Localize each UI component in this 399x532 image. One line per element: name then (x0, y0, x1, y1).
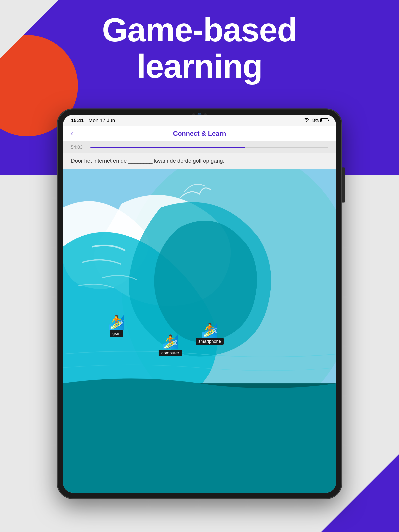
battery-text: 8% (312, 118, 319, 123)
progress-bar-fill (90, 147, 245, 148)
tablet-screen: 15:41 Mon 17 Jun 8% (63, 115, 336, 493)
surfer-gsm-emoji: 🏄 (108, 316, 125, 329)
surfer-computer-emoji: 🏄 (162, 335, 179, 348)
surfer-gsm-label: gsm (110, 330, 123, 337)
headline-text: Game-based learning (0, 12, 399, 84)
headline: Game-based learning (0, 12, 399, 84)
battery-fill (321, 119, 322, 121)
surfer-smartphone-label: smartphone (196, 338, 224, 345)
surfer-smartphone[interactable]: 🏄 smartphone (196, 323, 224, 345)
surfer-smartphone-emoji: 🏄 (201, 323, 218, 337)
progress-time: 54:03 (71, 145, 86, 150)
tablet-device: 15:41 Mon 17 Jun 8% (57, 109, 342, 499)
battery-icon (320, 118, 328, 122)
status-time: 15:41 (71, 117, 84, 123)
question-text: Door het internet en de ________ kwam de… (71, 158, 225, 164)
nav-bar: ‹ Connect & Learn (63, 126, 336, 141)
question-area: Door het internet en de ________ kwam de… (63, 153, 336, 169)
battery-container: 8% (312, 118, 328, 123)
game-area: 🏄 gsm 🏄 computer 🏄 smartphone (63, 169, 336, 493)
status-date: Mon 17 Jun (89, 117, 115, 123)
status-right: 8% (303, 118, 328, 123)
progress-bar-track[interactable] (90, 147, 328, 148)
nav-title: Connect & Learn (173, 130, 226, 137)
back-button[interactable]: ‹ (71, 129, 73, 138)
tablet-shell: 15:41 Mon 17 Jun 8% (57, 109, 342, 499)
surfer-gsm[interactable]: 🏄 gsm (108, 316, 125, 337)
progress-area: 54:03 (63, 141, 336, 153)
surfer-computer-label: computer (159, 350, 182, 356)
wifi-icon (303, 118, 309, 123)
status-bar: 15:41 Mon 17 Jun 8% (63, 115, 336, 126)
surfer-computer[interactable]: 🏄 computer (159, 335, 182, 356)
